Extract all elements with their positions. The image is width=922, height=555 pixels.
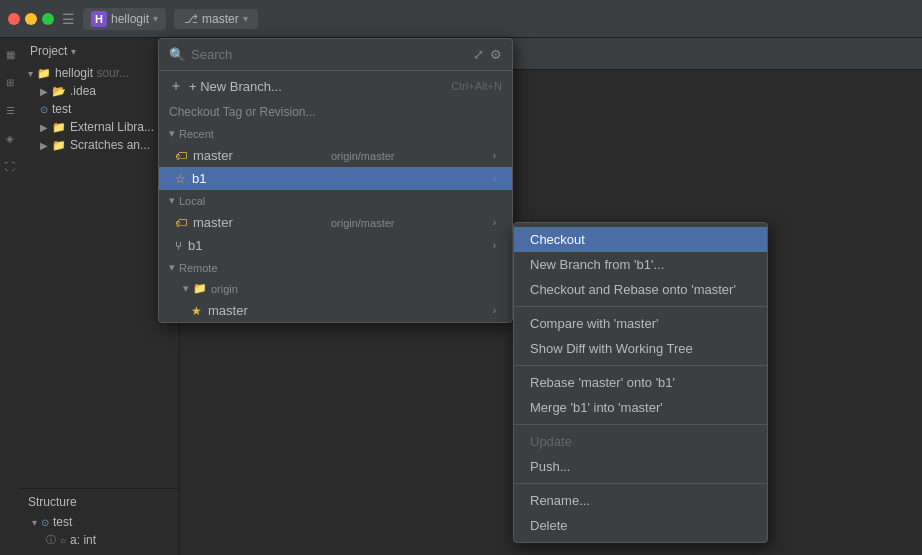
close-dot[interactable] — [8, 13, 20, 25]
branch-label: master — [193, 148, 233, 163]
branch-search-row: 🔍 ⤢ ⚙ — [159, 39, 512, 71]
branch-recent-b1[interactable]: ☆ b1 › — [159, 167, 512, 190]
local-section-header: ▾ Local — [159, 190, 512, 211]
plus-icon: ＋ — [169, 77, 183, 95]
ctx-checkout-rebase[interactable]: Checkout and Rebase onto 'master' — [514, 277, 767, 302]
branch-local-b1[interactable]: ⑂ b1 › — [159, 234, 512, 257]
remote-label: origin/master — [331, 150, 395, 162]
maximize-dot[interactable] — [42, 13, 54, 25]
folder-icon: 📁 — [52, 121, 66, 134]
icon-sidebar: ▦ ⊞ ☰ ◈ ⛶ — [0, 38, 20, 555]
main-layout: ▦ ⊞ ☰ ◈ ⛶ Project ▾ ▾ 📁 hellogit sour...… — [0, 38, 922, 555]
structure-label: Structure — [28, 495, 77, 509]
branch-remote-master[interactable]: ★ master › — [159, 299, 512, 322]
structure-panel: Structure ▾ ⊙ test ⓘ ○ a: int — [20, 488, 179, 555]
tree-idea[interactable]: ▶ 📂 .idea — [20, 82, 179, 100]
app-chevron-icon: ▾ — [153, 13, 158, 24]
branch-label: master — [193, 215, 233, 230]
ctx-merge-into[interactable]: Merge 'b1' into 'master' — [514, 395, 767, 420]
folder-icon: 📁 — [52, 139, 66, 152]
folder-icon: 📂 — [52, 85, 66, 98]
expand-icon: ▾ — [28, 68, 33, 79]
window-controls — [8, 13, 54, 25]
ctx-push[interactable]: Push... — [514, 454, 767, 479]
sidebar-icon-3[interactable]: ☰ — [2, 102, 18, 118]
hamburger-icon: ☰ — [62, 11, 75, 27]
ctx-new-branch-from[interactable]: New Branch from 'b1'... — [514, 252, 767, 277]
tree-test[interactable]: ⊙ test — [20, 100, 179, 118]
remote-section-header: ▾ Remote — [159, 257, 512, 278]
expand-branches-icon[interactable]: ⤢ — [473, 47, 484, 62]
branch-arrow-icon: › — [493, 150, 496, 161]
structure-a-field[interactable]: ⓘ ○ a: int — [28, 531, 171, 549]
app-logo: H — [91, 11, 107, 27]
circle-icon: ⊙ — [40, 104, 48, 115]
ctx-show-diff[interactable]: Show Diff with Working Tree — [514, 336, 767, 361]
branch-button[interactable]: ⎇ master ▾ — [174, 9, 258, 29]
ctx-delete[interactable]: Delete — [514, 513, 767, 538]
tree-external-libs[interactable]: ▶ 📁 External Libra... — [20, 118, 179, 136]
app-name-button[interactable]: H hellogit ▾ — [83, 8, 166, 30]
recent-collapse-icon[interactable]: ▾ — [169, 127, 175, 140]
branch-recent-master[interactable]: 🏷 master origin/master › — [159, 144, 512, 167]
ctx-update: Update — [514, 429, 767, 454]
branch-label: master — [208, 303, 248, 318]
ctx-rebase-onto[interactable]: Rebase 'master' onto 'b1' — [514, 370, 767, 395]
origin-subsection-header: ▾ 📁 origin — [159, 278, 512, 299]
branch-arrow-icon: › — [493, 240, 496, 251]
context-menu: Checkout New Branch from 'b1'... Checkou… — [513, 222, 768, 543]
sidebar-icon-4[interactable]: ◈ — [2, 130, 18, 146]
title-bar: ☰ H hellogit ▾ ⎇ master ▾ — [0, 0, 922, 38]
origin-collapse-icon[interactable]: ▾ — [183, 282, 189, 295]
ctx-divider-2 — [514, 365, 767, 366]
branch-name-label: master — [202, 12, 239, 26]
ctx-divider-3 — [514, 424, 767, 425]
project-panel: Project ▾ ▾ 📁 hellogit sour... ▶ 📂 .idea… — [20, 38, 180, 555]
checkout-tag-row[interactable]: Checkout Tag or Revision... — [159, 101, 512, 123]
tree-label: hellogit sour... — [55, 66, 129, 80]
folder-icon: 📁 — [193, 282, 207, 295]
minimize-dot[interactable] — [25, 13, 37, 25]
star-icon: ☆ — [175, 172, 186, 186]
new-branch-label: + New Branch... — [189, 79, 282, 94]
branch-label: b1 — [188, 238, 202, 253]
field-dot: ○ — [60, 535, 66, 546]
project-panel-header: Project ▾ — [20, 38, 179, 64]
tree-label: .idea — [70, 84, 96, 98]
ctx-checkout[interactable]: Checkout — [514, 227, 767, 252]
branch-arrow-icon: › — [493, 173, 496, 184]
remote-collapse-icon[interactable]: ▾ — [169, 261, 175, 274]
sidebar-icon-1[interactable]: ▦ — [2, 46, 18, 62]
tree-label: External Libra... — [70, 120, 154, 134]
new-branch-row[interactable]: ＋ + New Branch... Ctrl+Alt+N — [159, 71, 512, 101]
tree-hellogit-root[interactable]: ▾ 📁 hellogit sour... — [20, 64, 179, 82]
local-label: Local — [179, 195, 205, 207]
app-name-label: hellogit — [111, 12, 149, 26]
ctx-divider-1 — [514, 306, 767, 307]
ctx-rename[interactable]: Rename... — [514, 488, 767, 513]
ctx-compare-with[interactable]: Compare with 'master' — [514, 311, 767, 336]
tag-icon: 🏷 — [175, 216, 187, 230]
branch-arrow-icon: › — [493, 217, 496, 228]
expand-icon: ▶ — [40, 140, 48, 151]
branch-search-input[interactable] — [191, 47, 467, 62]
info-icon: ⓘ — [46, 533, 56, 547]
gear-icon[interactable]: ⚙ — [490, 47, 502, 62]
structure-panel-header: Structure — [28, 495, 171, 509]
sidebar-icon-2[interactable]: ⊞ — [2, 74, 18, 90]
new-branch-shortcut: Ctrl+Alt+N — [451, 80, 502, 92]
structure-item-label: a: int — [70, 533, 96, 547]
expand-icon: ▾ — [32, 517, 37, 528]
branch-arrow-icon: › — [493, 305, 496, 316]
branch-local-master[interactable]: 🏷 master origin/master › — [159, 211, 512, 234]
tree-scratches[interactable]: ▶ 📁 Scratches an... — [20, 136, 179, 154]
local-collapse-icon[interactable]: ▾ — [169, 194, 175, 207]
folder-icon: 📁 — [37, 67, 51, 80]
structure-test-class[interactable]: ▾ ⊙ test — [28, 513, 171, 531]
branch-label: b1 — [192, 171, 206, 186]
origin-label: origin — [211, 283, 238, 295]
tag-icon: 🏷 — [175, 149, 187, 163]
sidebar-icon-5[interactable]: ⛶ — [2, 158, 18, 174]
project-header-label: Project — [30, 44, 67, 58]
expand-icon: ▶ — [40, 122, 48, 133]
